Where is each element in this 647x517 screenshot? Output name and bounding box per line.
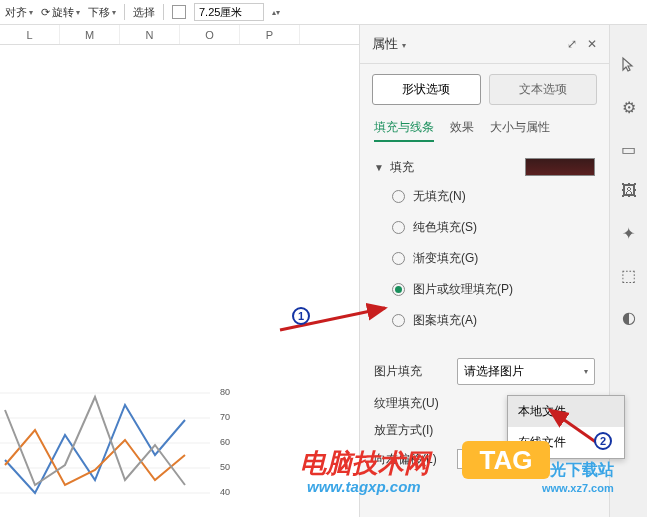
select-tool[interactable]: 选择	[133, 5, 155, 20]
chevron-down-icon[interactable]: ▾	[402, 41, 406, 50]
fill-swatch[interactable]	[172, 5, 186, 19]
placement-label: 放置方式(I)	[374, 422, 449, 439]
col-header[interactable]: M	[60, 25, 120, 44]
column-headers: L M N O P	[0, 25, 359, 45]
radio-pattern-fill[interactable]: 图案填充(A)	[392, 312, 595, 329]
dropdown-item-local-file[interactable]: 本地文件	[508, 396, 624, 427]
radio-gradient-fill[interactable]: 渐变填充(G)	[392, 250, 595, 267]
col-header[interactable]: N	[120, 25, 180, 44]
sparkle-icon[interactable]: ✦	[619, 223, 639, 243]
svg-text:40: 40	[220, 487, 230, 497]
spreadsheet-area[interactable]: L M N O P 8070605040	[0, 25, 359, 517]
settings-icon[interactable]: ⚙	[619, 97, 639, 117]
align-dropdown[interactable]: 对齐▾	[5, 5, 33, 20]
tab-shape-options[interactable]: 形状选项	[372, 74, 481, 105]
size-input[interactable]	[194, 3, 264, 21]
picfill-label: 图片填充	[374, 363, 449, 380]
subtab-size-props[interactable]: 大小与属性	[490, 119, 550, 142]
chevron-down-icon: ▾	[29, 8, 33, 17]
callout-marker-1: 1	[292, 307, 310, 325]
separator	[163, 4, 164, 20]
spinner-icon[interactable]: ▴▾	[272, 8, 280, 17]
col-header[interactable]: P	[240, 25, 300, 44]
movedown-dropdown[interactable]: 下移▾	[88, 5, 116, 20]
col-header[interactable]: O	[180, 25, 240, 44]
top-toolbar: 对齐▾ ⟳旋转▾ 下移▾ 选择 ▴▾	[0, 0, 647, 25]
panel-title: 属性 ▾	[372, 35, 406, 53]
picture-select[interactable]: 请选择图片▾	[457, 358, 595, 385]
cursor-icon[interactable]	[619, 55, 639, 75]
chevron-down-icon: ▾	[112, 8, 116, 17]
tab-text-options[interactable]: 文本选项	[489, 74, 598, 105]
radio-picture-fill[interactable]: 图片或纹理填充(P)	[392, 281, 595, 298]
svg-text:50: 50	[220, 462, 230, 472]
callout-marker-2: 2	[594, 432, 612, 450]
line-chart[interactable]: 8070605040	[0, 385, 240, 515]
layers-icon[interactable]: ▭	[619, 139, 639, 159]
subtab-fill-line[interactable]: 填充与线条	[374, 119, 434, 142]
rotate-dropdown[interactable]: ⟳旋转▾	[41, 5, 80, 20]
fill-section-header[interactable]: ▼ 填充	[374, 158, 595, 176]
image-icon[interactable]: 🖼	[619, 181, 639, 201]
rotate-icon: ⟳	[41, 6, 50, 19]
radio-solid-fill[interactable]: 纯色填充(S)	[392, 219, 595, 236]
collapse-triangle-icon: ▼	[374, 162, 384, 173]
chevron-down-icon: ▾	[76, 8, 80, 17]
texfill-label: 纹理填充(U)	[374, 395, 449, 412]
svg-text:60: 60	[220, 437, 230, 447]
col-header[interactable]: L	[0, 25, 60, 44]
radio-no-fill[interactable]: 无填充(N)	[392, 188, 595, 205]
pin-icon[interactable]: ⤢	[567, 37, 577, 51]
clip-icon[interactable]: ◐	[619, 307, 639, 327]
picture-source-dropdown: 本地文件 在线文件	[507, 395, 625, 459]
chevron-down-icon: ▾	[584, 367, 588, 376]
svg-text:70: 70	[220, 412, 230, 422]
separator	[124, 4, 125, 20]
svg-text:80: 80	[220, 387, 230, 397]
fill-preview-swatch[interactable]	[525, 158, 595, 176]
subtab-effect[interactable]: 效果	[450, 119, 474, 142]
tool-icon[interactable]: ⬚	[619, 265, 639, 285]
close-icon[interactable]: ✕	[587, 37, 597, 51]
offset-left-label: 向左偏移(L)	[374, 451, 449, 468]
